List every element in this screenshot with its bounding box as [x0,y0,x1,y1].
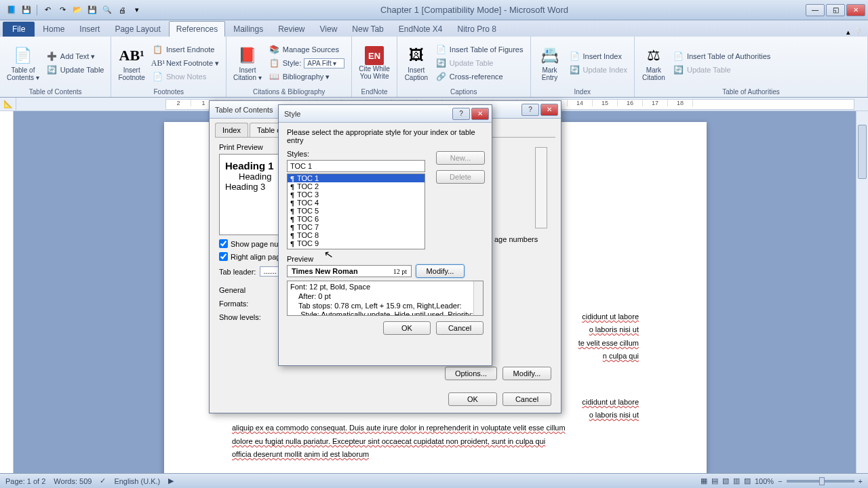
view-outline-icon[interactable]: ▥ [733,476,740,485]
update-index-button: 🔄Update Index [567,64,630,76]
redo-icon[interactable]: ↷ [56,4,68,16]
style-list-item[interactable]: ¶ TOC 1 [288,174,425,182]
style-list-item[interactable]: ¶ TOC 4 [288,199,425,207]
update-table-button[interactable]: 🔄Update Table [44,64,107,76]
style-ok-button[interactable]: OK [383,321,431,335]
insert-citation-button[interactable]: 📕 Insert Citation ▾ [231,39,264,87]
scroll-thumb[interactable] [858,125,867,179]
status-language[interactable]: English (U.K.) [114,477,160,485]
ruler-corner[interactable]: 📐 [0,98,16,111]
tab-mailings[interactable]: Mailings [226,22,270,37]
delete-style-button[interactable]: Delete [436,170,485,184]
close-button[interactable]: ✕ [846,4,865,16]
style-help-button[interactable]: ? [452,108,470,120]
style-cancel-button[interactable]: Cancel [436,321,484,335]
bibliography-button[interactable]: 📖Bibliography ▾ [267,70,348,83]
next-footnote-button[interactable]: AB¹Next Footnote ▾ [150,57,222,69]
toc-help-button[interactable]: ? [521,104,539,116]
mark-entry-button[interactable]: 📇 Mark Entry [535,39,565,87]
style-list-item[interactable]: ¶ TOC 9 [288,239,425,247]
style-list-item[interactable]: ¶ TOC 5 [288,207,425,215]
group-footnotes: AB¹ Insert Footnote 📋Insert Endnote AB¹N… [111,37,226,97]
style-list-item[interactable]: ¶ TOC 6 [288,215,425,223]
status-proof-icon[interactable]: ✓ [100,476,106,485]
insert-footnote-button[interactable]: AB¹ Insert Footnote [115,39,147,87]
mark-citation-button[interactable]: ⚖ Mark Citation [639,39,669,87]
undo-icon[interactable]: ↶ [41,4,54,16]
add-text-button[interactable]: ➕Add Text ▾ [44,50,107,62]
open-icon[interactable]: 📂 [71,4,83,16]
minimize-ribbon-icon[interactable]: ▴ [846,28,850,37]
toc-options-button[interactable]: Options... [445,367,497,380]
styles-listbox[interactable]: ¶ TOC 1¶ TOC 2¶ TOC 3¶ TOC 4¶ TOC 5¶ TOC… [287,174,425,249]
view-draft-icon[interactable]: ▨ [744,476,751,485]
view-print-icon[interactable]: ▦ [701,476,707,485]
tab-review[interactable]: Review [271,22,311,37]
maximize-button[interactable]: ◱ [826,4,845,16]
group-index: 📇 Mark Entry 📄Insert Index 🔄Update Index… [531,37,635,97]
desc-scrollbar[interactable] [473,281,483,315]
endnote-icon: 📋 [153,44,163,55]
insert-caption-button[interactable]: 🖼 Insert Caption [401,39,431,87]
word-icon[interactable]: 📘 [5,4,18,16]
view-fullscreen-icon[interactable]: ▤ [711,476,718,485]
vertical-ruler[interactable] [0,111,14,473]
tab-view[interactable]: View [313,22,344,37]
style-list-item[interactable]: ¶ TOC 3 [288,190,425,199]
toc-modify-button[interactable]: Modify... [502,367,551,380]
update-index-icon: 🔄 [570,64,580,75]
tab-new-tab[interactable]: New Tab [345,22,390,37]
toc-tab-index[interactable]: Index [215,123,248,137]
style-description: Font: 12 pt, Bold, Space After: 0 pt Tab… [287,281,484,316]
tab-home[interactable]: Home [36,22,71,37]
zoom-out-button[interactable]: − [778,477,782,485]
status-page[interactable]: Page: 1 of 2 [5,477,45,485]
view-web-icon[interactable]: ▧ [722,476,729,485]
minimize-button[interactable]: — [806,4,825,16]
new-style-button[interactable]: New... [436,151,485,165]
vertical-scrollbar[interactable] [856,111,868,473]
save-as-icon[interactable]: 💾 [86,4,98,16]
cross-reference-button[interactable]: 🔗Cross-reference [433,70,526,83]
style-list-item[interactable]: ¶ TOC 2 [288,182,425,190]
style-list-item[interactable]: ¶ TOC 7 [288,223,425,231]
insert-index-button[interactable]: 📄Insert Index [567,50,630,62]
insert-tof-button[interactable]: 📄Insert Table of Figures [433,43,526,56]
style-name-input[interactable] [287,160,425,172]
style-dialog-title[interactable]: Style ? ✕ [279,105,492,123]
citation-style-combo[interactable]: 📋Style: APA Fift ▾ [267,57,348,69]
zoom-slider[interactable] [787,480,854,483]
tab-page-layout[interactable]: Page Layout [108,22,167,37]
style-close-button[interactable]: ✕ [471,108,489,120]
status-words[interactable]: Words: 509 [54,477,92,485]
modify-style-button[interactable]: Modify... [416,264,465,278]
style-list-item[interactable]: ¶ TOC 8 [288,231,425,239]
style-instruction: Please select the appropriate style for … [287,128,484,144]
zoom-slider-thumb[interactable] [819,477,825,485]
toc-close-button[interactable]: ✕ [540,104,558,116]
print-icon[interactable]: 🖨 [116,4,128,16]
zoom-level[interactable]: 100% [755,477,774,485]
tab-references[interactable]: References [169,21,225,37]
tab-nitro[interactable]: Nitro Pro 8 [451,22,503,37]
help-icon[interactable]: ❔ [853,28,863,37]
status-macro-icon[interactable]: ▶ [168,476,174,485]
save-icon[interactable]: 💾 [20,4,33,16]
more-icon[interactable]: ▾ [131,4,143,16]
right-align-checkbox[interactable] [219,252,228,261]
web-preview-scrollbar[interactable] [535,147,547,228]
toc-ok-button[interactable]: OK [448,392,497,406]
print-preview-icon[interactable]: 🔍 [101,4,113,16]
toc-cancel-button[interactable]: Cancel [502,392,551,406]
show-page-numbers-checkbox[interactable] [219,239,228,248]
insert-endnote-button[interactable]: 📋Insert Endnote [150,43,222,56]
toc-button[interactable]: 📄 Table of Contents ▾ [4,39,42,87]
zoom-in-button[interactable]: + [859,477,863,485]
cite-while-write-button[interactable]: EN Cite While You Write [356,39,393,87]
tab-insert[interactable]: Insert [73,22,106,37]
tab-endnote[interactable]: EndNote X4 [392,22,450,37]
titlebar: 📘 💾 ↶ ↷ 📂 💾 🔍 🖨 ▾ Chapter 1 [Compatibili… [0,0,868,20]
manage-sources-button[interactable]: 📚Manage Sources [267,43,348,56]
file-tab[interactable]: File [3,22,35,37]
insert-toa-button[interactable]: 📄Insert Table of Authorities [671,50,773,62]
